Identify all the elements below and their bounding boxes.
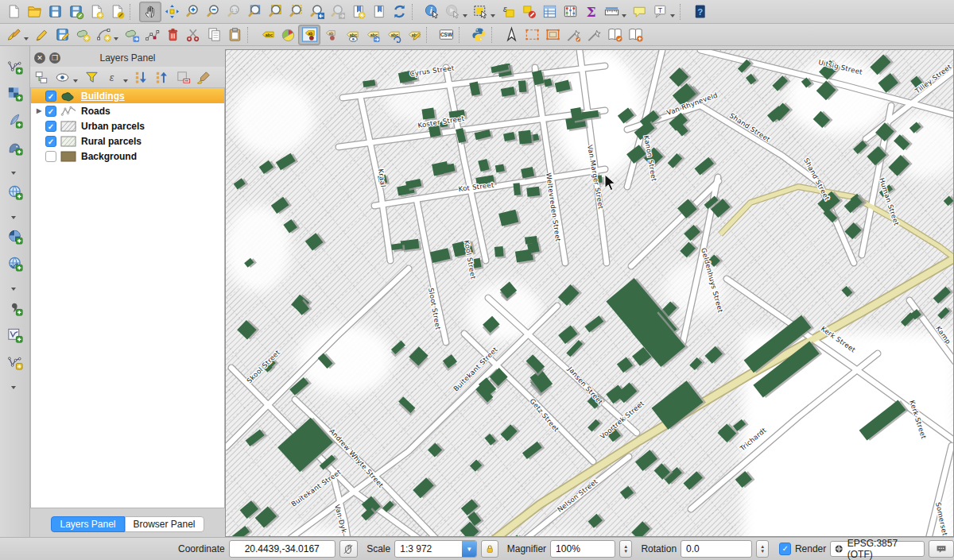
coordinate-input[interactable] <box>229 540 335 558</box>
zoom-full-icon[interactable] <box>244 2 265 21</box>
style-wand-icon[interactable] <box>584 25 604 44</box>
tab-browser-panel[interactable]: Browser Panel <box>125 516 204 532</box>
north-arrow-icon[interactable] <box>501 25 522 44</box>
text-annotation-icon[interactable]: T <box>650 2 670 21</box>
add-wms-layer-dropdown-icon[interactable] <box>11 216 16 219</box>
add-feature-icon[interactable] <box>72 25 93 44</box>
python-console-icon[interactable] <box>468 25 489 44</box>
filter-by-expression-dropdown-icon[interactable] <box>123 79 128 83</box>
metasearch-csw-icon[interactable]: CSW <box>436 25 456 44</box>
select-by-expression-icon[interactable]: ε <box>498 2 518 21</box>
new-shapefile-layer-dropdown-icon[interactable] <box>11 386 16 389</box>
current-edits-dropdown-icon[interactable] <box>24 37 29 41</box>
tab-layers-panel[interactable]: Layers Panel <box>51 516 124 532</box>
magnifier-input[interactable] <box>550 540 615 558</box>
style-book-check-icon[interactable] <box>604 25 625 44</box>
add-virtual-layer-icon[interactable] <box>4 324 26 345</box>
layer-item-urban-parcels[interactable]: Urban parcels <box>31 118 224 133</box>
expand-all-icon[interactable] <box>132 68 151 86</box>
move-label-icon[interactable]: abc <box>362 25 382 44</box>
open-attribute-table-icon[interactable] <box>539 2 560 21</box>
chevron-down-icon[interactable]: ▼ <box>462 541 476 557</box>
layer-item-background[interactable]: Background <box>31 149 224 164</box>
cut-features-icon[interactable] <box>183 25 204 44</box>
new-print-composer-icon[interactable] <box>86 2 107 21</box>
refresh-icon[interactable] <box>389 2 409 21</box>
add-postgis-layer-icon[interactable] <box>4 137 26 157</box>
run-feature-action-dropdown-icon[interactable] <box>463 14 467 17</box>
manage-visibility-dropdown-icon[interactable] <box>73 79 78 83</box>
layer-item-roads[interactable]: ▶Roads <box>31 103 224 118</box>
add-wfs-layer-dropdown-icon[interactable] <box>11 288 16 291</box>
add-delimited-text-layer-icon[interactable] <box>4 297 26 318</box>
layer-labeling-icon[interactable]: abc <box>257 25 277 44</box>
filter-by-expression-icon[interactable]: ε <box>103 68 122 86</box>
layer-visibility-checkbox[interactable] <box>45 121 56 132</box>
manage-visibility-icon[interactable] <box>52 68 72 86</box>
measure-dropdown-icon[interactable] <box>622 14 626 17</box>
layer-visibility-checkbox[interactable] <box>45 136 56 147</box>
add-wms-layer-icon[interactable] <box>4 181 26 202</box>
magnifier-stepper[interactable]: ▲▼ <box>619 540 632 558</box>
zoom-in-icon[interactable] <box>182 2 203 21</box>
render-checkbox[interactable]: ✓ <box>779 543 791 555</box>
text-annotation-dropdown-icon[interactable] <box>670 14 675 17</box>
style-book-add-icon[interactable] <box>625 25 646 44</box>
paste-features-icon[interactable] <box>224 25 245 44</box>
pin-labels-icon[interactable]: ab <box>298 25 320 45</box>
new-project-icon[interactable] <box>3 2 24 21</box>
crs-status-button[interactable]: EPSG:3857 (OTF) <box>830 541 924 557</box>
layer-item-buildings[interactable]: Buildings <box>31 88 224 103</box>
layer-diagram-icon[interactable] <box>277 25 298 44</box>
node-tool-icon[interactable] <box>142 25 162 44</box>
pan-map-icon[interactable] <box>139 2 161 22</box>
rotate-label-icon[interactable]: abc <box>382 25 403 44</box>
show-hide-labels-icon[interactable]: abc <box>341 25 362 44</box>
zoom-to-layer-icon[interactable] <box>265 2 285 21</box>
add-wcs-layer-icon[interactable] <box>4 226 26 246</box>
measure-icon[interactable] <box>601 2 622 21</box>
messages-icon[interactable] <box>929 540 954 558</box>
pan-to-selection-icon[interactable] <box>161 2 182 21</box>
panel-float-icon[interactable]: ❐ <box>49 52 60 64</box>
help-icon[interactable]: ? <box>689 2 710 21</box>
open-project-icon[interactable] <box>24 2 45 21</box>
rotation-input[interactable] <box>681 540 752 558</box>
set-extent-icon[interactable] <box>522 25 542 44</box>
layer-visibility-checkbox[interactable] <box>45 106 56 117</box>
style-wand-edit-icon[interactable] <box>563 25 584 44</box>
delete-selected-icon[interactable] <box>162 25 183 44</box>
expand-arrow-icon[interactable]: ▶ <box>34 107 44 114</box>
layer-visibility-checkbox[interactable] <box>45 91 56 102</box>
mouse-position-icon[interactable] <box>339 540 358 558</box>
map-tips-icon[interactable] <box>629 2 650 21</box>
copy-features-icon[interactable] <box>204 25 224 44</box>
composer-manager-icon[interactable] <box>107 2 127 21</box>
add-postgis-layer-dropdown-icon[interactable] <box>11 172 16 175</box>
save-project-as-icon[interactable] <box>65 2 86 21</box>
new-bookmark-icon[interactable] <box>347 2 368 21</box>
move-feature-icon[interactable] <box>121 25 142 44</box>
remove-layer-icon[interactable] <box>173 68 192 86</box>
deselect-all-icon[interactable] <box>518 2 539 21</box>
collapse-all-icon[interactable] <box>153 68 172 86</box>
select-features-dropdown-icon[interactable] <box>491 14 495 17</box>
field-calculator-icon[interactable] <box>560 2 580 21</box>
zoom-out-icon[interactable] <box>203 2 223 21</box>
add-circular-string-icon[interactable] <box>93 25 114 44</box>
layer-visibility-checkbox[interactable] <box>45 151 56 162</box>
new-shapefile-layer-icon[interactable] <box>4 351 26 372</box>
add-raster-layer-icon[interactable] <box>4 83 26 103</box>
add-spatialite-layer-icon[interactable] <box>4 110 26 130</box>
scale-combo[interactable]: 1:3 972 ▼ <box>394 540 477 558</box>
extent-canvas-icon[interactable] <box>542 25 563 44</box>
layer-styling-brush-icon[interactable] <box>194 68 213 86</box>
change-label-icon[interactable]: abc <box>403 25 424 44</box>
save-layer-edits-icon[interactable] <box>52 25 72 44</box>
panel-close-icon[interactable]: ✕ <box>34 52 45 64</box>
rotation-stepper[interactable]: ▲▼ <box>756 540 769 558</box>
statistical-summary-icon[interactable]: Σ <box>580 2 601 21</box>
add-group-icon[interactable] <box>32 68 51 86</box>
show-bookmarks-icon[interactable] <box>368 2 389 21</box>
identify-features-icon[interactable]: i <box>421 2 442 21</box>
